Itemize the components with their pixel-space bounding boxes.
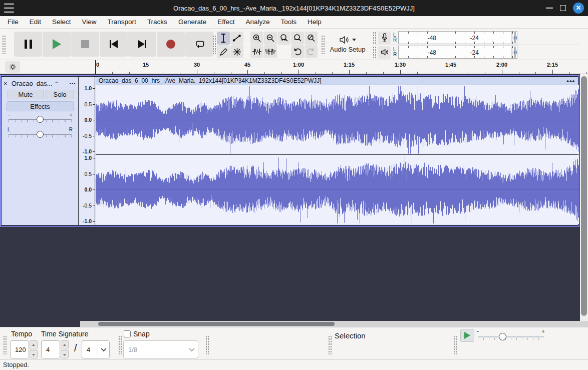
recording-meter-grip[interactable]: [373, 32, 377, 44]
zoom-in-icon: [252, 34, 261, 43]
meter-tick: [474, 32, 475, 34]
mute-button[interactable]: Mute: [8, 90, 44, 99]
skip-to-end-button[interactable]: [128, 32, 156, 57]
scale-tick: [93, 120, 95, 120]
menu-item-transport[interactable]: Transport: [102, 16, 142, 28]
collapse-track-icon[interactable]: ⌃: [55, 81, 59, 86]
trim-outside-selection-button[interactable]: [250, 45, 263, 58]
close-track-icon[interactable]: ×: [4, 80, 12, 87]
multi-tool-button[interactable]: [230, 45, 243, 58]
clip-indicator[interactable]: [514, 32, 516, 43]
fit-project-button[interactable]: [291, 32, 304, 45]
time-signature-upper-input[interactable]: 4: [41, 340, 60, 358]
recording-meter[interactable]: -48-240: [398, 31, 517, 44]
gain-max-label: +: [70, 112, 73, 118]
close-icon[interactable]: ✕: [573, 3, 584, 14]
menu-item-generate[interactable]: Generate: [173, 16, 212, 28]
ruler-tick: [434, 72, 434, 74]
multi-tool-icon: [233, 48, 241, 56]
time-signature-lower-select[interactable]: 4: [82, 340, 110, 358]
play-button[interactable]: [43, 32, 71, 57]
audio-setup-button[interactable]: Audio Setup: [326, 32, 370, 57]
scale-label: -0.5: [83, 203, 92, 209]
track-name[interactable]: Oracao_das...: [12, 80, 53, 87]
skip-to-start-button[interactable]: [100, 32, 128, 57]
time-display-grip[interactable]: [205, 335, 209, 354]
menu-item-analyze[interactable]: Analyze: [240, 16, 275, 28]
snap-checkbox[interactable]: [124, 330, 131, 337]
selection-tool-button[interactable]: [217, 32, 230, 45]
selection-toolbar-grip[interactable]: [328, 335, 332, 354]
gain-slider[interactable]: − +: [7, 113, 74, 126]
waveform-channel-left[interactable]: [96, 85, 578, 154]
clip-indicator[interactable]: [511, 32, 512, 43]
pan-slider-thumb[interactable]: [37, 131, 44, 138]
stop-button[interactable]: [71, 32, 99, 57]
menu-item-effect[interactable]: Effect: [212, 16, 240, 28]
hamburger-menu-icon[interactable]: [4, 4, 14, 13]
playback-meter-grip[interactable]: [373, 46, 377, 58]
pause-button[interactable]: [14, 32, 42, 57]
meter-tick: [418, 32, 418, 34]
time-signature-spinner[interactable]: [61, 340, 69, 358]
transport-toolbar-grip[interactable]: [2, 35, 6, 54]
loop-button[interactable]: [185, 32, 213, 57]
effects-button[interactable]: Effects: [7, 101, 74, 111]
waveform-channel-right[interactable]: [96, 155, 578, 224]
toolbar-dock: Audio Setup LR -48-240 L: [0, 29, 588, 60]
meter-tick: [408, 56, 409, 58]
playhead-cursor[interactable]: [95, 60, 96, 74]
menu-item-view[interactable]: View: [77, 16, 102, 28]
clip-menu-icon[interactable]: •••: [566, 77, 575, 85]
menu-item-select[interactable]: Select: [47, 16, 77, 28]
vertical-scale-ruler[interactable]: 1.00.50.0-0.5-1.01.00.50.0-0.5-1.0: [79, 77, 95, 225]
vertical-scrollbar-thumb[interactable]: [581, 76, 587, 316]
playback-meter[interactable]: -48-240: [398, 46, 517, 59]
fit-selection-button[interactable]: [277, 32, 290, 45]
horizontal-scrollbar-thumb[interactable]: [98, 322, 335, 326]
snap-toolbar-grip[interactable]: [118, 335, 122, 354]
zoom-toggle-button[interactable]: [305, 32, 318, 45]
tempo-spinner[interactable]: [30, 340, 38, 358]
tools-toolbar-grip[interactable]: [212, 35, 216, 54]
menu-item-edit[interactable]: Edit: [24, 16, 47, 28]
maximize-icon[interactable]: [560, 5, 566, 11]
zoom-in-button[interactable]: [250, 32, 263, 45]
clip-indicator[interactable]: [514, 47, 516, 58]
audio-setup-grip[interactable]: [321, 35, 325, 54]
silence-selection-button[interactable]: [264, 45, 277, 58]
snap-value-select[interactable]: 1/8: [123, 340, 198, 358]
minimize-icon[interactable]: [546, 8, 553, 9]
play-at-speed-button[interactable]: [460, 329, 474, 342]
draw-tool-button[interactable]: [217, 45, 230, 58]
menu-item-tools[interactable]: Tools: [275, 16, 302, 28]
microphone-button[interactable]: [378, 32, 391, 44]
meter-tick: [465, 42, 465, 44]
redo-button[interactable]: [305, 45, 318, 58]
pan-slider[interactable]: L R: [7, 128, 74, 141]
zoom-out-button[interactable]: [264, 32, 277, 45]
clip-header[interactable]: Oracao_das_6_00_hrs_-Ave_Maria._192x144[…: [96, 77, 578, 85]
menu-item-file[interactable]: File: [2, 16, 24, 28]
clip-indicator[interactable]: [511, 47, 512, 58]
vertical-scrollbar[interactable]: [580, 74, 588, 321]
record-button[interactable]: [157, 32, 185, 57]
envelope-tool-button[interactable]: [230, 32, 243, 45]
speed-slider-thumb[interactable]: [499, 333, 506, 340]
track-menu-icon[interactable]: ⋯: [69, 80, 76, 87]
gain-slider-thumb[interactable]: [37, 116, 44, 123]
playback-speaker-button[interactable]: [378, 46, 391, 59]
menu-item-tracks[interactable]: Tracks: [142, 16, 173, 28]
menu-item-help[interactable]: Help: [302, 16, 327, 28]
timeline-ruler[interactable]: 01530451:001:151:301:452:002:15: [95, 60, 588, 74]
solo-button[interactable]: Solo: [46, 90, 74, 99]
tempo-input[interactable]: 120: [10, 340, 29, 358]
selection-tool-icon: [220, 34, 227, 43]
horizontal-scrollbar[interactable]: [80, 321, 588, 327]
timeline-options-button[interactable]: [5, 61, 20, 73]
time-toolbar-grip[interactable]: [3, 335, 7, 354]
play-at-speed-grip[interactable]: [454, 335, 458, 354]
playback-speed-slider[interactable]: - +: [477, 329, 545, 342]
meter-tick: [427, 32, 428, 34]
undo-button[interactable]: [291, 45, 304, 58]
